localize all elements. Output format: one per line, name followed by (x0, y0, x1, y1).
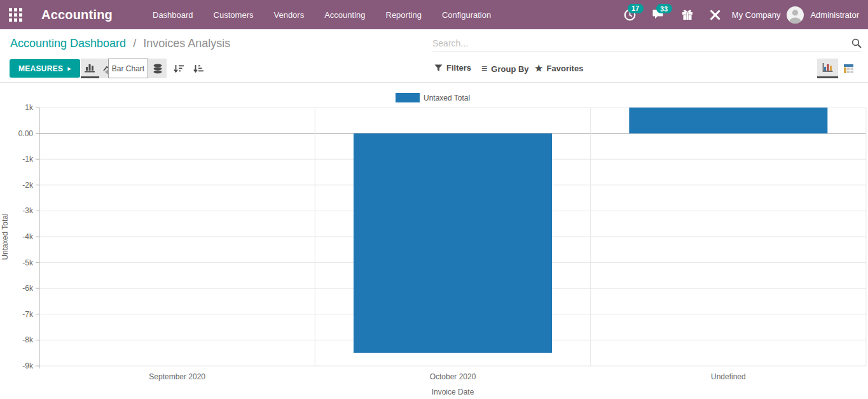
filters-button[interactable]: Filters (434, 63, 471, 73)
bar-undefined[interactable] (629, 108, 827, 134)
gift-icon (682, 9, 693, 20)
main-menu: DashboardCustomersVendorsAccountingRepor… (144, 5, 499, 25)
nav-item-reporting[interactable]: Reporting (378, 5, 430, 25)
breadcrumb: Accounting Dashboard / Invoices Analysis (10, 37, 230, 50)
y-tick-label: -8k (22, 335, 34, 344)
sort-descending-button[interactable] (169, 59, 188, 78)
messages-badge: 33 (656, 4, 672, 13)
x-axis-title: Invoice Date (432, 388, 474, 396)
y-tick-label: -1k (22, 155, 34, 164)
activities-button[interactable]: 17 (619, 5, 641, 25)
search-bar (432, 34, 862, 52)
group-by-button[interactable]: ≡ Group By (481, 63, 529, 74)
apps-menu-icon[interactable] (9, 8, 22, 22)
y-tick-label: -2k (22, 181, 34, 190)
x-tick-label: September 2020 (149, 372, 205, 381)
breadcrumb-parent[interactable]: Accounting Dashboard (10, 37, 126, 50)
bar-october-2020[interactable] (354, 134, 552, 353)
nav-item-configuration[interactable]: Configuration (434, 5, 499, 25)
bar-chart-icon (85, 63, 95, 73)
breadcrumb-separator: / (133, 37, 136, 50)
pivot-view-button[interactable] (838, 59, 859, 78)
top-navbar: Accounting DashboardCustomersVendorsAcco… (0, 0, 868, 29)
company-switcher[interactable]: My Company (732, 10, 781, 20)
app-title[interactable]: Accounting (41, 8, 113, 22)
bar-chart-mode-button[interactable] (81, 59, 99, 78)
bar-chart: 1k0.00-1k-2k-3k-4k-5k-6k-7k-8k-9kSeptemb… (0, 83, 868, 399)
sort-ascending-icon (193, 64, 204, 74)
y-tick-label: 0.00 (18, 129, 34, 138)
nav-item-accounting[interactable]: Accounting (316, 5, 373, 25)
measures-label: MEASURES (18, 64, 63, 73)
nav-item-dashboard[interactable]: Dashboard (144, 5, 202, 25)
user-menu[interactable]: Administrator (810, 10, 859, 20)
filter-icon (434, 64, 443, 72)
y-tick-label: -9k (22, 361, 34, 370)
group-by-label: Group By (491, 64, 528, 74)
breadcrumb-current: Invoices Analysis (143, 37, 230, 50)
y-tick-label: -7k (22, 310, 34, 319)
nav-item-vendors[interactable]: Vendors (265, 5, 312, 25)
y-tick-label: -5k (22, 258, 34, 267)
view-switcher (817, 59, 859, 78)
graph-view-icon (822, 62, 834, 73)
y-tick-label: -3k (22, 206, 34, 215)
measures-button[interactable]: MEASURES ▸ (10, 59, 80, 78)
activities-badge: 17 (628, 4, 644, 13)
navbar-right: 17 33 My Company (619, 5, 868, 25)
search-icon[interactable] (851, 38, 862, 48)
tools-icon (710, 10, 720, 20)
tooltip-bar-chart: Bar Chart (108, 59, 148, 78)
y-tick-label: 1k (25, 103, 34, 112)
x-tick-label: October 2020 (430, 372, 476, 381)
pivot-view-icon (843, 64, 854, 74)
nav-item-customers[interactable]: Customers (205, 5, 262, 25)
sort-ascending-button[interactable] (189, 59, 207, 78)
search-input[interactable] (432, 38, 851, 48)
stacked-icon (153, 64, 163, 74)
y-tick-label: -4k (22, 232, 34, 241)
messages-button[interactable]: 33 (647, 5, 670, 24)
favorites-label: Favorites (547, 64, 584, 73)
user-avatar[interactable] (787, 6, 804, 24)
sort-descending-icon (173, 64, 184, 74)
y-tick-label: -6k (22, 284, 34, 293)
filters-label: Filters (446, 63, 471, 73)
star-icon: ★ (535, 63, 543, 73)
graph-view-button[interactable] (817, 59, 838, 78)
y-axis-title: Untaxed Total (1, 213, 10, 260)
support-tools-button[interactable] (705, 6, 726, 24)
person-icon (787, 6, 804, 24)
x-tick-label: Undefined (711, 372, 746, 381)
favorites-button[interactable]: ★ Favorites (535, 63, 583, 73)
caret-right-icon: ▸ (67, 65, 71, 72)
stacked-toggle-button[interactable] (148, 59, 167, 78)
whats-new-button[interactable] (677, 5, 698, 24)
control-panel: Accounting Dashboard / Invoices Analysis… (0, 29, 868, 83)
chart-area: Untaxed Total 1k0.00-1k-2k-3k-4k-5k-6k-7… (0, 83, 868, 399)
group-by-icon: ≡ (481, 63, 487, 74)
